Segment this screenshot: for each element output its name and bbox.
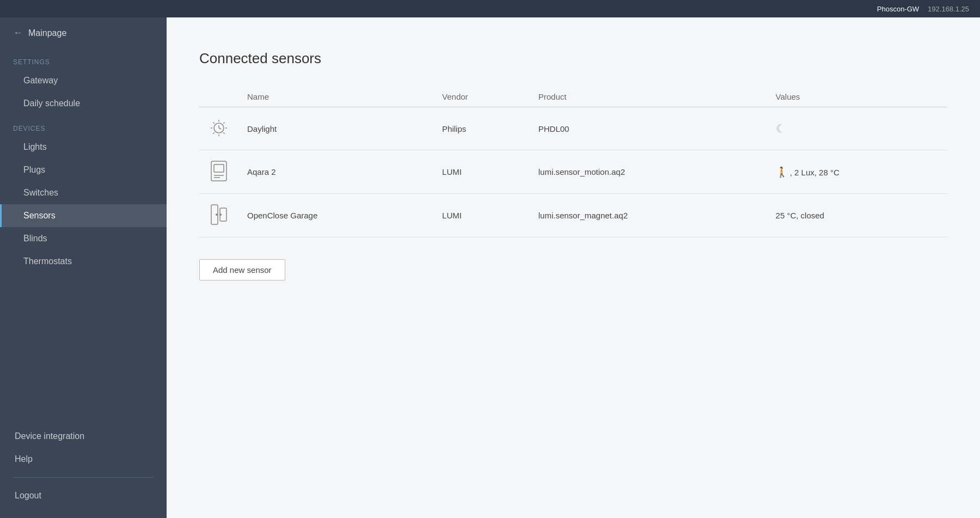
settings-section-label: Settings <box>0 48 167 69</box>
sidebar-bottom: Device integration Help Logout <box>0 425 167 518</box>
door-sensor-icon <box>208 204 230 226</box>
devices-section-label: Devices <box>0 115 167 136</box>
sidebar-blinds-label: Blinds <box>23 234 47 243</box>
table-header-row: Name Vendor Product Values <box>199 87 947 107</box>
table-row[interactable]: OpenClose Garage LUMI lumi.sensor_magnet… <box>199 194 947 237</box>
sidebar-item-daily-schedule[interactable]: Daily schedule <box>0 92 167 115</box>
gateway-name: Phoscon-GW <box>877 5 919 13</box>
sidebar-item-plugs[interactable]: Plugs <box>0 159 167 181</box>
sensor-product: lumi.sensor_motion.aq2 <box>530 150 767 194</box>
main-content: Connected sensors Name Vendor Product Va… <box>167 17 980 518</box>
sidebar-item-help[interactable]: Help <box>0 448 167 471</box>
svg-point-17 <box>216 214 218 216</box>
sensor-values: 25 °C, closed <box>767 194 947 237</box>
logout-label: Logout <box>15 491 41 501</box>
sidebar-item-logout[interactable]: Logout <box>0 484 167 507</box>
sidebar-lights-label: Lights <box>23 142 47 152</box>
sensor-icon-cell <box>199 150 238 194</box>
sensor-vendor: LUMI <box>433 150 530 194</box>
svg-point-18 <box>219 214 222 216</box>
main-layout: ← Mainpage Settings Gateway Daily schedu… <box>0 17 980 518</box>
gateway-ip: 192.168.1.25 <box>928 5 969 13</box>
sidebar-thermostats-label: Thermostats <box>23 257 72 266</box>
topbar: Phoscon-GW 192.168.1.25 <box>0 0 980 17</box>
sidebar-switches-label: Switches <box>23 188 58 198</box>
sidebar-gateway-label: Gateway <box>23 76 58 86</box>
sensor-values: 🚶 , 2 Lux, 28 °C <box>767 150 947 194</box>
table-row[interactable]: Daylight Philips PHDL00 ☾ <box>199 107 947 150</box>
sensors-table: Name Vendor Product Values <box>199 87 947 237</box>
svg-line-7 <box>213 123 215 124</box>
sidebar-item-gateway[interactable]: Gateway <box>0 69 167 92</box>
sidebar-plugs-label: Plugs <box>23 165 45 175</box>
sensor-product: PHDL00 <box>530 107 767 150</box>
svg-line-9 <box>223 123 224 124</box>
mainpage-label: Mainpage <box>28 28 66 38</box>
svg-line-8 <box>223 132 224 133</box>
sidebar-item-switches[interactable]: Switches <box>0 181 167 204</box>
svg-line-10 <box>213 132 215 133</box>
motion-sensor-icon <box>208 160 230 182</box>
col-name: Name <box>238 87 433 107</box>
col-icon <box>199 87 238 107</box>
sensor-name: Daylight <box>238 107 433 150</box>
table-row[interactable]: Aqara 2 LUMI lumi.sensor_motion.aq2 🚶 , … <box>199 150 947 194</box>
svg-rect-12 <box>214 164 224 172</box>
sensor-vendor: Philips <box>433 107 530 150</box>
sensor-name: OpenClose Garage <box>238 194 433 237</box>
svg-line-2 <box>219 128 221 129</box>
col-product: Product <box>530 87 767 107</box>
sidebar-item-device-integration[interactable]: Device integration <box>0 425 167 448</box>
sidebar-sensors-label: Sensors <box>23 211 56 221</box>
sensor-vendor: LUMI <box>433 194 530 237</box>
daylight-icon <box>208 117 230 139</box>
page-title: Connected sensors <box>199 50 947 67</box>
sidebar-item-blinds[interactable]: Blinds <box>0 227 167 250</box>
sidebar-item-thermostats[interactable]: Thermostats <box>0 250 167 273</box>
sensor-icon-cell <box>199 194 238 237</box>
sidebar-divider <box>13 477 154 478</box>
col-values: Values <box>767 87 947 107</box>
sidebar-daily-schedule-label: Daily schedule <box>23 99 80 108</box>
mainpage-link[interactable]: ← Mainpage <box>0 17 167 48</box>
device-integration-label: Device integration <box>15 431 84 441</box>
sensor-icon-cell <box>199 107 238 150</box>
sidebar-item-sensors[interactable]: Sensors <box>0 204 167 227</box>
back-arrow-icon: ← <box>13 27 23 39</box>
sidebar-item-lights[interactable]: Lights <box>0 136 167 159</box>
sensor-name: Aqara 2 <box>238 150 433 194</box>
sidebar: ← Mainpage Settings Gateway Daily schedu… <box>0 17 167 518</box>
col-vendor: Vendor <box>433 87 530 107</box>
sensor-values-text: , 2 Lux, 28 °C <box>790 168 840 177</box>
sensor-product: lumi.sensor_magnet.aq2 <box>530 194 767 237</box>
add-sensor-button[interactable]: Add new sensor <box>199 259 285 281</box>
sensor-values: ☾ <box>767 107 947 150</box>
help-label: Help <box>15 454 33 464</box>
